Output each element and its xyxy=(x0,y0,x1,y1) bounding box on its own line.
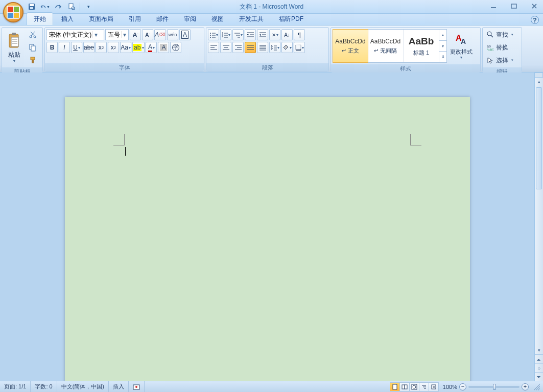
gallery-up-icon[interactable]: ▴ xyxy=(439,30,446,41)
scroll-up-icon[interactable]: ▴ xyxy=(535,78,543,86)
zoom-slider-thumb[interactable] xyxy=(493,384,496,390)
sort-icon[interactable]: A↓ xyxy=(281,29,293,40)
scroll-down-icon[interactable]: ▾ xyxy=(535,346,543,355)
view-draft-icon[interactable] xyxy=(429,382,439,391)
font-size-combo[interactable]: 五号▾ xyxy=(105,29,129,40)
bold-button[interactable]: B xyxy=(46,42,58,53)
view-web-layout-icon[interactable] xyxy=(409,382,419,391)
office-button[interactable] xyxy=(3,2,23,22)
bullets-button[interactable]: ▾ xyxy=(208,29,219,40)
help-icon[interactable]: ? xyxy=(531,16,539,24)
title-bar: ▼ ▾ 文档 1 - Microsoft Word xyxy=(0,0,543,14)
format-painter-icon[interactable] xyxy=(27,55,38,66)
paste-button[interactable]: 粘贴 ▼ xyxy=(4,29,25,66)
change-case-button[interactable]: Aa▾ xyxy=(120,42,131,53)
subscript-button[interactable]: x2 xyxy=(96,42,107,53)
decrease-indent-icon[interactable] xyxy=(245,29,256,40)
page[interactable] xyxy=(65,97,470,381)
browse-object-icon[interactable]: ○ xyxy=(535,363,543,372)
gallery-down-icon[interactable]: ▾ xyxy=(439,41,446,52)
margin-marker-tr xyxy=(410,134,421,145)
strikethrough-button[interactable]: abe xyxy=(83,42,95,53)
status-language[interactable]: 中文(简体，中国) xyxy=(57,381,109,392)
close-button[interactable] xyxy=(528,2,541,11)
split-handle[interactable] xyxy=(534,72,543,78)
borders-icon[interactable]: ▾ xyxy=(294,42,305,53)
tab-references[interactable]: 引用 xyxy=(122,12,148,25)
style-heading1[interactable]: AaBb 标题 1 xyxy=(404,30,439,62)
zoom-slider[interactable] xyxy=(468,386,520,388)
underline-button[interactable]: U▾ xyxy=(71,42,82,53)
tab-review[interactable]: 审阅 xyxy=(177,12,203,25)
document-viewport[interactable] xyxy=(0,72,534,381)
increase-indent-icon[interactable] xyxy=(257,29,268,40)
qat-customize-icon[interactable]: ▾ xyxy=(83,2,93,12)
style-normal[interactable]: AaBbCcDd ↵ 正文 xyxy=(333,29,368,63)
svg-point-28 xyxy=(210,37,211,38)
status-page[interactable]: 页面: 1/1 xyxy=(0,381,31,392)
align-right-icon[interactable] xyxy=(232,42,244,53)
status-insert-mode[interactable]: 插入 xyxy=(109,381,129,392)
resize-grip-icon[interactable] xyxy=(532,382,541,391)
cut-icon[interactable] xyxy=(27,29,38,40)
justify-icon[interactable] xyxy=(245,42,256,53)
line-spacing-icon[interactable]: ▾ xyxy=(269,42,280,53)
view-full-screen-icon[interactable] xyxy=(399,382,410,391)
tab-home[interactable]: 开始 xyxy=(27,12,53,25)
maximize-button[interactable] xyxy=(507,2,521,11)
align-left-icon[interactable] xyxy=(208,42,219,53)
replace-button[interactable]: abac 替换 xyxy=(485,42,520,53)
svg-rect-76 xyxy=(405,385,407,389)
grow-font-icon[interactable]: Aˆ xyxy=(130,29,141,40)
svg-line-86 xyxy=(536,386,540,390)
scroll-track[interactable] xyxy=(535,86,543,346)
enclose-characters-icon[interactable]: 字 xyxy=(170,42,181,53)
tab-insert[interactable]: 插入 xyxy=(54,12,81,25)
find-button[interactable]: 查找▾ xyxy=(485,29,520,40)
phonetic-guide-icon[interactable]: wén xyxy=(167,29,178,40)
zoom-level[interactable]: 100% xyxy=(443,384,457,390)
copy-icon[interactable] xyxy=(27,42,38,53)
print-preview-icon[interactable] xyxy=(66,2,77,12)
asian-layout-icon[interactable]: ✕▾ xyxy=(269,29,280,40)
align-center-icon[interactable] xyxy=(220,42,231,53)
next-page-icon[interactable]: ⏷ xyxy=(535,372,543,381)
view-print-layout-icon[interactable] xyxy=(390,382,400,391)
distribute-icon[interactable] xyxy=(257,42,268,53)
prev-page-icon[interactable]: ⏶ xyxy=(535,355,543,363)
status-macro-icon[interactable] xyxy=(129,381,145,392)
undo-icon[interactable]: ▼ xyxy=(40,2,50,12)
minimize-button[interactable] xyxy=(487,2,500,11)
font-color-button[interactable]: A▾ xyxy=(146,42,157,53)
status-words[interactable]: 字数: 0 xyxy=(31,381,57,392)
redo-icon[interactable] xyxy=(53,2,63,12)
change-styles-button[interactable]: AA 更改样式 ▼ xyxy=(448,29,475,63)
tab-view[interactable]: 视图 xyxy=(204,12,231,25)
view-outline-icon[interactable] xyxy=(419,382,429,391)
character-shading-icon[interactable]: A xyxy=(158,42,169,53)
highlight-button[interactable]: ab▾ xyxy=(132,42,145,53)
save-icon[interactable] xyxy=(27,2,37,12)
tab-developer[interactable]: 开发工具 xyxy=(232,12,271,25)
italic-button[interactable]: I xyxy=(59,42,70,53)
select-button[interactable]: 选择▾ xyxy=(485,55,520,66)
character-border-icon[interactable]: A xyxy=(179,29,191,40)
shrink-font-icon[interactable]: Aˇ xyxy=(142,29,153,40)
svg-text:3: 3 xyxy=(222,36,223,38)
tab-mailings[interactable]: 邮件 xyxy=(149,12,176,25)
multilevel-list-button[interactable]: ▾ xyxy=(232,29,244,40)
scroll-thumb[interactable] xyxy=(536,87,542,189)
numbering-button[interactable]: 123▾ xyxy=(220,29,231,40)
font-name-combo[interactable]: 宋体 (中文正文)▾ xyxy=(46,29,104,40)
show-paragraph-marks-icon[interactable]: ¶ xyxy=(294,29,305,40)
margin-marker-tl xyxy=(113,134,125,145)
style-no-spacing[interactable]: AaBbCcDd ↵ 无间隔 xyxy=(368,30,404,62)
zoom-out-button[interactable]: − xyxy=(459,383,466,390)
clear-formatting-icon[interactable]: A⌫ xyxy=(154,29,166,40)
shading-icon[interactable]: ▾ xyxy=(281,42,293,53)
zoom-in-button[interactable]: + xyxy=(522,383,529,390)
tab-foxit-pdf[interactable]: 福昕PDF xyxy=(272,12,311,25)
superscript-button[interactable]: x2 xyxy=(108,42,119,53)
tab-page-layout[interactable]: 页面布局 xyxy=(82,12,121,25)
gallery-more-icon[interactable]: ⤋ xyxy=(439,52,446,62)
